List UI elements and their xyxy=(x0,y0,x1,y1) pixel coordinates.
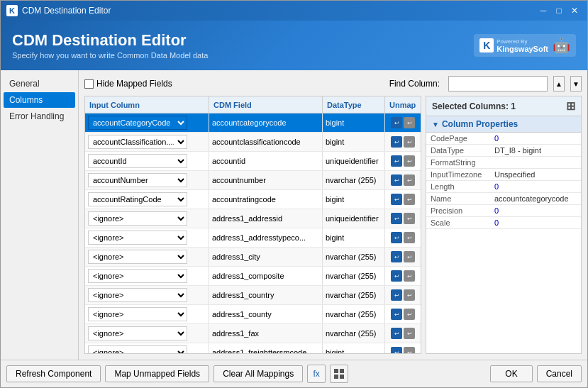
find-scroll-up[interactable]: ▲ xyxy=(553,76,565,92)
selected-columns-label: Selected Columns: 1 xyxy=(432,101,516,111)
input-column-select-9[interactable]: <ignore> xyxy=(88,269,187,283)
table-row[interactable]: <ignore> address1_country nvarchar (255)… xyxy=(85,286,421,305)
cdm-field-13: address1_freighttersmcode xyxy=(209,343,323,353)
table-row[interactable]: accountId accountid uniqueidentifier ↩ ↩ xyxy=(85,152,421,171)
window: K CDM Destination Editor ─ □ ✕ CDM Desti… xyxy=(0,0,588,388)
hide-mapped-fields-checkbox[interactable] xyxy=(84,79,94,89)
input-column-select-3[interactable]: accountId xyxy=(88,154,187,168)
minimize-button[interactable]: ─ xyxy=(536,4,550,18)
sidebar-item-columns[interactable]: Columns xyxy=(4,92,75,108)
datatype-13: bigint xyxy=(323,343,385,353)
cdm-field-6: address1_addressid xyxy=(209,209,323,228)
hide-mapped-fields-checkbox-label[interactable]: Hide Mapped Fields xyxy=(84,79,172,89)
prop-row-formatstring: FormatString xyxy=(426,157,581,169)
close-button[interactable]: ✕ xyxy=(567,4,582,18)
input-column-select-7[interactable]: <ignore> xyxy=(88,231,187,245)
input-column-select-13[interactable]: <ignore> xyxy=(88,345,187,353)
header-cdm-field: CDM Field xyxy=(209,96,323,113)
table-row[interactable]: accountCategoryCode accountcategorycode … xyxy=(85,113,421,133)
datatype-9: nvarchar (255) xyxy=(323,267,385,285)
input-column-select-10[interactable]: <ignore> xyxy=(88,288,187,302)
toolbar: Hide Mapped Fields Find Column: ▲ ▼ xyxy=(84,76,582,92)
unmap-btn-4[interactable]: ↩ ↩ xyxy=(391,174,415,186)
table-and-properties: Input Column CDM Field DataType Unmap ac… xyxy=(84,96,582,354)
ok-button[interactable]: OK xyxy=(490,365,532,382)
cdm-field-1: accountcategorycode xyxy=(209,113,323,132)
table-row[interactable]: <ignore> address1_addressid uniqueidenti… xyxy=(85,209,421,228)
sidebar-item-general[interactable]: General xyxy=(4,76,75,92)
collapse-arrow-icon[interactable]: ▼ xyxy=(432,121,439,128)
unmap-btn-6[interactable]: ↩ ↩ xyxy=(391,213,415,224)
refresh-component-button[interactable]: Refresh Component xyxy=(6,365,101,382)
unmap-btn-3[interactable]: ↩ ↩ xyxy=(391,155,415,167)
table-row[interactable]: <ignore> address1_city nvarchar (255) ↩ … xyxy=(85,248,421,267)
page-subtitle: Specify how you want to write Common Dat… xyxy=(12,51,208,60)
cancel-button[interactable]: Cancel xyxy=(537,365,582,382)
cdm-field-8: address1_city xyxy=(209,248,323,266)
prop-label-precision: Precision xyxy=(426,205,490,217)
table-row[interactable]: <ignore> address1_addresstypeco... bigin… xyxy=(85,228,421,248)
unmap-btn-9[interactable]: ↩ ↩ xyxy=(391,270,415,282)
unmap-btn-7[interactable]: ↩ ↩ xyxy=(391,232,415,243)
properties-table: CodePage 0 DataType DT_I8 - bigint Forma… xyxy=(426,133,581,229)
input-column-select-6[interactable]: <ignore> xyxy=(88,211,187,226)
datatype-2: bigint xyxy=(323,133,385,151)
unmap-btn-8[interactable]: ↩ ↩ xyxy=(391,251,415,262)
app-icon: K xyxy=(6,5,18,16)
table-row[interactable]: <ignore> address1_county nvarchar (255) … xyxy=(85,305,421,324)
map-unmapped-fields-button[interactable]: Map Unmapped Fields xyxy=(105,365,209,382)
grid-view-icon[interactable]: ⊞ xyxy=(566,99,575,113)
logo-k: K xyxy=(479,38,494,52)
table-row[interactable]: accountNumber accountnumber nvarchar (25… xyxy=(85,171,421,190)
clear-all-mappings-button[interactable]: Clear All Mappings xyxy=(213,365,303,382)
content-area: General Columns Error Handling Hide Mapp… xyxy=(1,70,587,360)
prop-row-datatype: DataType DT_I8 - bigint xyxy=(426,145,581,157)
sidebar-item-error-handling[interactable]: Error Handling xyxy=(4,109,75,124)
input-column-select-11[interactable]: <ignore> xyxy=(88,307,187,321)
cdm-field-5: accountratingcode xyxy=(209,190,323,209)
find-column-input[interactable] xyxy=(448,76,548,92)
table-row[interactable]: <ignore> address1_fax nvarchar (255) ↩ ↩ xyxy=(85,324,421,343)
unmap-btn-10[interactable]: ↩ ↩ xyxy=(391,289,415,301)
logo-powered-text: Powered By xyxy=(497,38,548,45)
table-row[interactable]: accountClassification.... accountclassif… xyxy=(85,133,421,152)
logo-brand-text: KingswaySoft xyxy=(497,45,548,53)
prop-row-scale: Scale 0 xyxy=(426,217,581,229)
unmap-icon-1b[interactable]: ↩ xyxy=(404,117,415,128)
datatype-11: nvarchar (255) xyxy=(323,305,385,323)
table-row[interactable]: <ignore> address1_composite nvarchar (25… xyxy=(85,267,421,286)
prop-label-length: Length xyxy=(426,181,490,193)
datatype-8: nvarchar (255) xyxy=(323,248,385,266)
table-header: Input Column CDM Field DataType Unmap xyxy=(85,96,421,113)
input-column-select-5[interactable]: accountRatingCode xyxy=(88,192,187,206)
datatype-6: uniqueidentifier xyxy=(323,209,385,228)
table-row[interactable]: <ignore> address1_freighttersmcode bigin… xyxy=(85,343,421,353)
unmap-icon-2a[interactable]: ↩ xyxy=(391,136,402,148)
grid-icon-button[interactable] xyxy=(330,365,348,383)
sidebar: General Columns Error Handling xyxy=(1,70,79,360)
datatype-10: nvarchar (255) xyxy=(323,286,385,304)
unmap-btn-13[interactable]: ↩ ↩ xyxy=(391,347,415,353)
right-panel: Selected Columns: 1 ⊞ ▼ Column Propertie… xyxy=(426,96,582,354)
unmap-btn-11[interactable]: ↩ ↩ xyxy=(391,309,415,320)
data-table: Input Column CDM Field DataType Unmap ac… xyxy=(84,96,421,354)
input-column-select-12[interactable]: <ignore> xyxy=(88,326,187,340)
find-scroll-down[interactable]: ▼ xyxy=(570,76,582,92)
unmap-btn-2[interactable]: ↩ ↩ xyxy=(391,136,415,148)
formula-icon-button[interactable]: fx xyxy=(307,365,326,383)
unmap-icon-1a[interactable]: ↩ xyxy=(391,117,402,128)
unmap-btn-1[interactable]: ↩ ↩ xyxy=(391,117,415,128)
svg-rect-0 xyxy=(334,369,338,373)
input-column-select-1[interactable]: accountCategoryCode xyxy=(88,116,187,130)
unmap-icon-2b[interactable]: ↩ xyxy=(404,136,415,148)
cdm-field-7: address1_addresstypeco... xyxy=(209,228,323,247)
input-column-select-2[interactable]: accountClassification.... xyxy=(88,135,187,149)
input-column-select-4[interactable]: accountNumber xyxy=(88,173,187,187)
maximize-button[interactable]: □ xyxy=(552,4,566,18)
table-row[interactable]: accountRatingCode accountratingcode bigi… xyxy=(85,190,421,209)
input-column-select-8[interactable]: <ignore> xyxy=(88,250,187,264)
unmap-btn-5[interactable]: ↩ ↩ xyxy=(391,194,415,205)
header-unmap: Unmap xyxy=(385,96,421,113)
unmap-btn-12[interactable]: ↩ ↩ xyxy=(391,328,415,339)
find-column-label: Find Column: xyxy=(389,79,440,89)
